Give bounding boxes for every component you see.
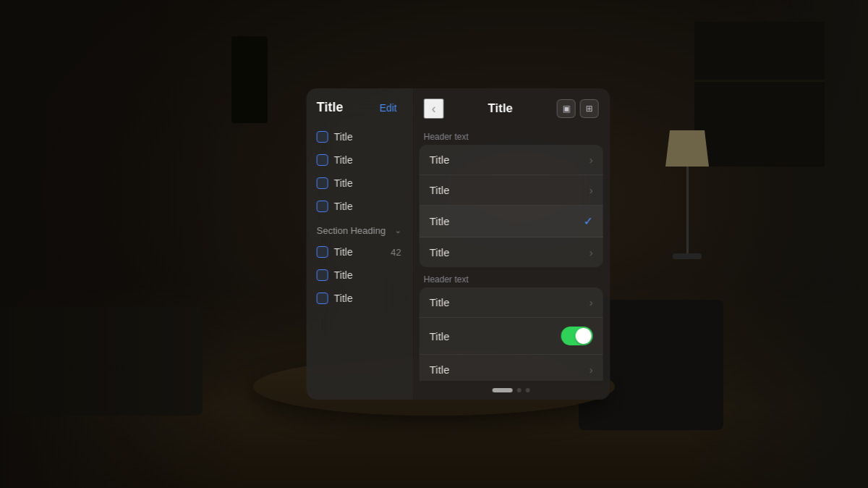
right-panel: ‹ Title ▣ ⊞ Header text Title ›: [412, 88, 610, 400]
checkmark-icon: ✓: [584, 214, 593, 228]
settings-row-2-2[interactable]: Title: [420, 318, 603, 355]
settings-group-1: Title › Title › Title ✓ Title ›: [420, 145, 603, 267]
list-item[interactable]: Title: [307, 148, 412, 172]
section-heading[interactable]: Section Heading ⌄: [307, 218, 412, 240]
list-item[interactable]: Title 42: [307, 240, 412, 264]
toggle-switch[interactable]: [561, 327, 593, 345]
list-item-label-1: Title: [334, 131, 353, 143]
settings-row-2-1[interactable]: Title ›: [420, 287, 603, 318]
settings-section-1: Header text Title › Title › Title ✓: [412, 126, 610, 267]
list-item[interactable]: Title: [307, 195, 412, 218]
square-view-icon: ▣: [562, 104, 570, 114]
list-item[interactable]: Title: [307, 264, 412, 287]
item-count-1: 42: [391, 247, 401, 258]
right-panel-header: ‹ Title ▣ ⊞: [412, 88, 610, 126]
list-item-label-4: Title: [334, 201, 353, 212]
settings-row-1-2[interactable]: Title ›: [420, 175, 603, 206]
settings-row-label: Title: [430, 246, 450, 258]
checkbox-3[interactable]: [317, 177, 328, 189]
settings-row-label: Title: [430, 153, 450, 166]
list-item[interactable]: Title: [307, 172, 412, 195]
settings-section-2: Header text Title › Title Title ›: [412, 269, 610, 381]
settings-row-2-3[interactable]: Title ›: [420, 355, 603, 381]
ui-container: Title Edit Title Title Title Title: [307, 88, 610, 400]
section-chevron-icon: ⌄: [395, 226, 401, 235]
scroll-dot-2: [517, 388, 522, 392]
section-item-label-3: Title: [334, 293, 353, 304]
grid-view-icon: ⊞: [586, 104, 593, 114]
list-item[interactable]: Title: [307, 287, 412, 310]
list-item-label-2: Title: [334, 154, 353, 166]
settings-row-label: Title: [430, 296, 450, 308]
scroll-dot-1: [493, 388, 513, 392]
view-toggle: ▣ ⊞: [557, 99, 599, 118]
checkbox-4[interactable]: [317, 201, 328, 212]
chevron-icon: ›: [590, 364, 593, 376]
chevron-icon: ›: [590, 247, 593, 258]
chevron-icon: ›: [590, 297, 593, 308]
settings-content: Header text Title › Title › Title ✓: [412, 126, 610, 381]
scroll-dot-3: [526, 388, 530, 392]
section-1-header: Header text: [412, 126, 610, 145]
settings-row-label: Title: [430, 363, 450, 376]
checkbox-6[interactable]: [317, 269, 328, 281]
section-heading-label: Section Heading: [317, 225, 386, 236]
section-2-header: Header text: [412, 269, 610, 287]
left-panel: Title Edit Title Title Title Title: [307, 88, 412, 400]
left-panel-header: Title Edit: [307, 88, 412, 122]
chevron-icon: ›: [590, 185, 593, 196]
section-item-label-2: Title: [334, 269, 353, 281]
view-button-square[interactable]: ▣: [557, 99, 576, 118]
edit-button[interactable]: Edit: [375, 101, 401, 115]
settings-row-label: Title: [430, 184, 450, 196]
checkbox-1[interactable]: [317, 131, 328, 143]
settings-row-1-4[interactable]: Title ›: [420, 237, 603, 267]
view-button-grid[interactable]: ⊞: [580, 99, 599, 118]
chevron-icon: ›: [590, 154, 593, 166]
list-item[interactable]: Title: [307, 125, 412, 148]
checkbox-5[interactable]: [317, 246, 328, 258]
settings-row-label: Title: [430, 330, 450, 342]
settings-row-label: Title: [430, 215, 450, 227]
settings-row-1-1[interactable]: Title ›: [420, 145, 603, 175]
left-panel-title: Title: [317, 100, 344, 115]
checkbox-2[interactable]: [317, 154, 328, 166]
settings-group-2: Title › Title Title › Title ›: [420, 287, 603, 381]
section-item-label-1: Title: [334, 246, 353, 258]
right-panel-title: Title: [444, 101, 557, 116]
list-item-label-3: Title: [334, 177, 353, 189]
left-panel-list: Title Title Title Title Section Heading …: [307, 122, 412, 400]
back-chevron-icon: ‹: [432, 101, 436, 117]
settings-row-1-3[interactable]: Title ✓: [420, 206, 603, 237]
back-button[interactable]: ‹: [424, 98, 444, 119]
checkbox-7[interactable]: [317, 293, 328, 304]
scroll-indicator: [412, 381, 610, 400]
